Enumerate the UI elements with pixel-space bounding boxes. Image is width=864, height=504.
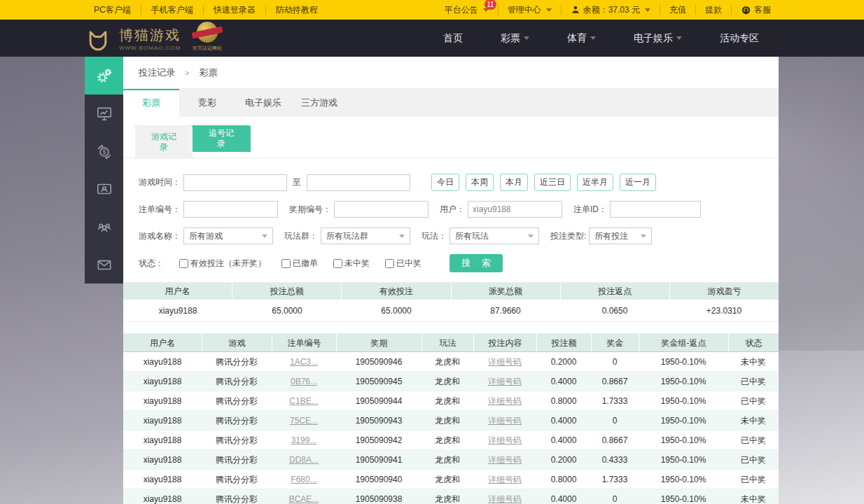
nav-sports[interactable]: 体育	[567, 32, 596, 45]
table-cell: 龙虎和	[421, 450, 473, 469]
chevron-down-icon	[676, 36, 682, 40]
order-no-input[interactable]	[183, 201, 278, 218]
balance-menu[interactable]: 余额：37.03 元	[562, 0, 660, 20]
sidebar-item-settings[interactable]	[85, 57, 123, 94]
chevron-down-icon	[641, 234, 646, 238]
quick-3-days-button[interactable]: 近三日	[534, 174, 571, 191]
quick-today-button[interactable]: 今日	[431, 174, 459, 191]
sidebar-item-messages[interactable]	[85, 246, 123, 284]
nav-promotions[interactable]: 活动专区	[720, 32, 759, 45]
table-cell: 1905090943	[336, 411, 421, 430]
nav-home[interactable]: 首页	[443, 32, 463, 45]
table-cell: xiayu9188	[123, 372, 202, 391]
table-cell: 已中奖	[728, 372, 779, 391]
quick-one-month-button[interactable]: 近一月	[620, 174, 656, 191]
summary-header-row: 用户名 投注总额 有效投注 派奖总额 投注返点 游戏盈亏	[123, 282, 779, 300]
bet-detail-link[interactable]: 详细号码	[473, 450, 536, 469]
bet-detail-link[interactable]: 详细号码	[473, 411, 536, 430]
management-center-menu[interactable]: 管理中心	[499, 0, 561, 20]
tab-sports-lottery[interactable]: 竞彩	[179, 89, 235, 117]
col-header-status: 状态	[728, 334, 779, 351]
bet-detail-link[interactable]: 详细号码	[473, 489, 536, 504]
play-group-select[interactable]: 所有玩法群	[321, 227, 410, 244]
play-select[interactable]: 所有玩法	[450, 227, 539, 244]
bet-detail-link[interactable]: 详细号码	[473, 430, 536, 449]
nav-lottery[interactable]: 彩票	[501, 32, 529, 45]
play-label: 玩法：	[421, 230, 447, 242]
user-input[interactable]	[468, 201, 562, 218]
bet-type-label: 投注类型:	[550, 230, 586, 242]
status-checkbox-won[interactable]: 已中奖	[385, 258, 421, 270]
table-cell: 1905090938	[336, 489, 421, 504]
recharge-button[interactable]: 充值	[660, 0, 695, 20]
status-checkbox-valid[interactable]: 有效投注（未开奖）	[179, 258, 266, 270]
table-row: xiayu9188腾讯分分彩F680...1905090940龙虎和详细号码0.…	[123, 470, 779, 489]
user-icon	[571, 5, 580, 15]
status-checkbox-lost[interactable]: 未中奖	[333, 258, 370, 270]
quick-this-month-button[interactable]: 本月	[500, 174, 528, 191]
mail-icon	[95, 255, 113, 274]
checkbox-label: 已中奖	[396, 258, 421, 270]
sidebar-item-transactions[interactable]: $	[85, 132, 123, 170]
chevron-down-icon	[645, 8, 650, 12]
sidebar-item-member[interactable]	[85, 170, 123, 208]
bet-detail-link[interactable]: 详细号码	[473, 352, 536, 371]
subtab-label: 游戏记录	[148, 132, 179, 153]
order-number-link[interactable]: 1AC3...	[272, 352, 336, 371]
anti-hijack-link[interactable]: 防劫持教程	[266, 0, 328, 20]
start-date-input[interactable]	[183, 174, 287, 191]
tab-lottery[interactable]: 彩票	[123, 89, 179, 117]
issue-no-input[interactable]	[334, 201, 428, 218]
end-date-input[interactable]	[307, 174, 410, 191]
order-number-link[interactable]: DD8A...	[272, 450, 336, 469]
status-checkbox-cancelled[interactable]: 已撤单	[281, 258, 318, 270]
top-utility-bar: PC客户端 手机客户端 快速登录器 防劫持教程 平台公告 11 管理中心 余额：…	[0, 0, 864, 20]
nav-egames[interactable]: 电子娱乐	[634, 32, 682, 45]
subtab-chase-records[interactable]: 追号记录	[193, 125, 250, 152]
col-header-username: 用户名	[123, 334, 202, 351]
breadcrumb-root[interactable]: 投注记录	[139, 66, 175, 79]
main-content: 投注记录 > 彩票 彩票 竞彩 电子娱乐 三方游戏 游戏记录 追号记录 游戏时间…	[123, 57, 779, 504]
customer-service-link[interactable]: 客服	[732, 0, 780, 20]
checkbox[interactable]	[385, 259, 394, 268]
subtab-game-records[interactable]: 游戏记录	[135, 125, 193, 159]
sidebar-item-agents[interactable]	[85, 208, 123, 246]
checkbox[interactable]	[281, 259, 291, 268]
game-name-select[interactable]: 所有游戏	[183, 227, 273, 244]
table-cell: 0.8000	[536, 391, 591, 410]
checkbox[interactable]	[179, 259, 188, 268]
site-logo[interactable]: 博猫游戏 WWW.BOMAO.COM 官方认证网站	[84, 22, 223, 55]
order-number-link[interactable]: 3199...	[272, 430, 336, 449]
mobile-client-link[interactable]: 手机客户端	[141, 0, 203, 20]
bet-records-table: 用户名 游戏 注单编号 奖期 玩法 投注内容 投注额 奖金 奖金组-返点 状态 …	[123, 333, 779, 504]
table-cell: xiayu9188	[123, 430, 202, 449]
order-number-link[interactable]: C1BE...	[272, 391, 336, 410]
table-cell: 1950-0.10%	[639, 352, 728, 371]
checkbox[interactable]	[333, 259, 342, 268]
svg-text:$: $	[102, 148, 106, 155]
bet-detail-link[interactable]: 详细号码	[473, 391, 536, 410]
order-number-link[interactable]: 75CE...	[272, 411, 336, 430]
quick-login-link[interactable]: 快速登录器	[204, 0, 265, 20]
search-button[interactable]: 搜 索	[450, 254, 503, 272]
user-label: 用户：	[440, 204, 465, 216]
order-id-input[interactable]	[610, 201, 701, 218]
quick-this-week-button[interactable]: 本周	[466, 174, 494, 191]
pc-client-link[interactable]: PC客户端	[84, 0, 141, 20]
order-number-link[interactable]: F680...	[272, 470, 336, 489]
tab-third-party[interactable]: 三方游戏	[291, 89, 347, 117]
bet-detail-link[interactable]: 详细号码	[473, 372, 536, 391]
bet-detail-link[interactable]: 详细号码	[473, 470, 536, 489]
quick-half-month-button[interactable]: 近半月	[577, 174, 613, 191]
tab-egames[interactable]: 电子娱乐	[235, 89, 291, 117]
table-cell: 0.4000	[536, 489, 591, 504]
to-label: 至	[293, 176, 301, 188]
withdraw-button[interactable]: 提款	[696, 0, 731, 20]
logo-title: 博猫游戏	[119, 26, 181, 45]
bet-table-header: 用户名 游戏 注单编号 奖期 玩法 投注内容 投注额 奖金 奖金组-返点 状态	[123, 333, 779, 352]
bet-type-select[interactable]: 所有投注	[589, 227, 652, 244]
order-number-link[interactable]: 0B76...	[272, 372, 336, 391]
platform-announcement-link[interactable]: 平台公告 11	[436, 0, 498, 20]
sidebar-item-reports[interactable]	[85, 94, 123, 132]
order-number-link[interactable]: BCAE...	[272, 489, 336, 504]
